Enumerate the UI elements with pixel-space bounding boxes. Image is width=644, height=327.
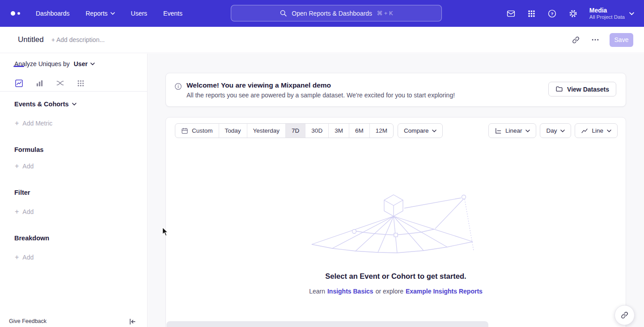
add-metric-button[interactable]: + Add Metric	[15, 120, 52, 127]
interval-label: Day	[546, 127, 557, 134]
more-options-icon[interactable]	[590, 34, 601, 45]
empty-sub-mid: or explore	[376, 288, 403, 295]
nav-events-label: Events	[163, 10, 182, 17]
calendar-icon	[181, 127, 188, 134]
main-content: Welcome! You are viewing a Mixpanel demo…	[148, 54, 644, 327]
global-search-button[interactable]: Open Reports & Dashboards ⌘ + K	[231, 5, 442, 21]
info-icon	[174, 83, 182, 90]
range-today[interactable]: Today	[219, 124, 247, 138]
interval-dropdown[interactable]: Day	[540, 123, 571, 138]
insights-basics-link[interactable]: Insights Basics	[327, 288, 373, 295]
range-30d[interactable]: 30D	[305, 124, 328, 138]
analyze-by-dropdown[interactable]: User	[74, 60, 95, 67]
navbar-right: ? Media All Project Data	[506, 0, 634, 27]
chevron-down-icon	[607, 130, 611, 132]
collapse-sidebar-icon[interactable]	[128, 318, 136, 326]
nav-users[interactable]: Users	[131, 10, 148, 17]
dots-grid-icon	[76, 79, 85, 88]
empty-state-illustration	[311, 190, 481, 258]
nav-dashboards[interactable]: Dashboards	[36, 10, 70, 17]
plus-icon: +	[15, 163, 19, 169]
add-breakdown-button[interactable]: + Add	[15, 254, 34, 261]
range-6m[interactable]: 6M	[349, 124, 369, 138]
example-reports-link[interactable]: Example Insights Reports	[406, 288, 483, 295]
view-datasets-label: View Datasets	[567, 86, 609, 93]
mixpanel-logo[interactable]	[11, 11, 26, 16]
line-chart-icon	[15, 79, 23, 88]
add-metric-label: Add Metric	[22, 120, 52, 127]
nav-events[interactable]: Events	[163, 10, 182, 17]
chevron-down-icon	[432, 130, 436, 132]
empty-sub-pre: Learn	[309, 288, 325, 295]
tab-metrics-grid[interactable]	[75, 78, 86, 88]
range-12m-label: 12M	[376, 127, 387, 134]
gear-icon[interactable]	[568, 9, 578, 18]
breakdown-section: Breakdown	[14, 235, 49, 242]
share-link-fab[interactable]	[614, 305, 635, 325]
chevron-down-icon	[560, 130, 565, 132]
banner-title: Welcome! You are viewing a Mixpanel demo	[186, 81, 331, 89]
folder-icon	[555, 85, 563, 93]
tab-bar-chart[interactable]	[34, 78, 45, 88]
view-datasets-button[interactable]: View Datasets	[548, 82, 616, 96]
add-filter-label: Add	[22, 208, 34, 215]
range-3m[interactable]: 3M	[328, 124, 349, 138]
apps-grid-icon[interactable]	[527, 9, 536, 18]
plus-icon: +	[15, 209, 19, 215]
project-info: Media All Project Data	[589, 7, 625, 20]
save-button[interactable]: Save	[610, 33, 633, 47]
linear-scale-icon	[495, 127, 502, 134]
compare-button[interactable]: Compare	[398, 123, 443, 138]
breakdown-label: Breakdown	[14, 235, 49, 242]
range-12m[interactable]: 12M	[369, 124, 393, 138]
primary-nav: Dashboards Reports Users Events	[36, 10, 199, 17]
nav-users-label: Users	[131, 10, 148, 17]
chart-controls: Linear Day Line	[488, 123, 618, 138]
nav-reports[interactable]: Reports	[86, 10, 115, 17]
compare-label: Compare	[404, 127, 429, 134]
help-icon[interactable]: ?	[547, 9, 557, 18]
empty-state-subtitle: Learn Insights Basics or explore Example…	[166, 288, 626, 295]
chart-type-dropdown[interactable]: Line	[575, 123, 618, 138]
chevron-down-icon	[72, 103, 76, 105]
give-feedback-link[interactable]: Give Feedback	[9, 318, 47, 324]
chevron-down-icon	[110, 12, 115, 15]
flows-icon	[56, 79, 64, 88]
add-formula-button[interactable]: + Add	[15, 163, 34, 170]
tab-flows[interactable]	[55, 78, 65, 88]
empty-state-title: Select an Event or Cohort to get started…	[166, 272, 626, 281]
analyze-row: Analyze Uniques by User	[14, 60, 95, 67]
events-cohorts-label: Events & Cohorts	[14, 101, 69, 108]
report-header-bar: Untitled + Add description... Save	[0, 27, 644, 53]
copy-link-icon[interactable]	[570, 34, 581, 45]
tab-line-chart[interactable]	[13, 78, 24, 88]
welcome-banner: Welcome! You are viewing a Mixpanel demo…	[165, 73, 626, 107]
plus-icon: +	[15, 120, 19, 126]
divider	[0, 91, 148, 92]
chevron-down-icon	[525, 130, 530, 132]
filter-section: Filter	[14, 189, 30, 196]
query-builder-sidebar: Analyze Uniques by User Events & Cohorts…	[0, 54, 148, 327]
project-switcher[interactable]: Media All Project Data	[589, 7, 634, 20]
range-30d-label: 30D	[311, 127, 322, 134]
add-filter-button[interactable]: + Add	[15, 208, 34, 215]
report-title[interactable]: Untitled	[18, 35, 44, 44]
date-range-control: Custom Today Yesterday 7D 30D 3M 6M 12M	[175, 123, 394, 138]
events-cohorts-section[interactable]: Events & Cohorts	[14, 101, 76, 108]
banner-subtitle: All the reports you see are powered by a…	[186, 92, 455, 99]
active-tab-indicator	[13, 66, 24, 67]
range-6m-label: 6M	[355, 127, 364, 134]
inbox-icon[interactable]	[506, 9, 516, 18]
nav-dashboards-label: Dashboards	[36, 10, 70, 17]
range-7d-label: 7D	[292, 127, 299, 134]
report-toolbar: Custom Today Yesterday 7D 30D 3M 6M 12M …	[175, 123, 618, 138]
search-icon	[280, 9, 287, 17]
range-yesterday[interactable]: Yesterday	[247, 124, 286, 138]
report-description-placeholder[interactable]: + Add description...	[51, 36, 105, 43]
range-7d[interactable]: 7D	[285, 124, 305, 138]
analyze-value: User	[74, 60, 88, 67]
header-actions: Save	[570, 33, 633, 47]
scale-dropdown[interactable]: Linear	[488, 123, 537, 138]
range-custom[interactable]: Custom	[175, 124, 219, 138]
visualization-tabs	[0, 78, 148, 91]
